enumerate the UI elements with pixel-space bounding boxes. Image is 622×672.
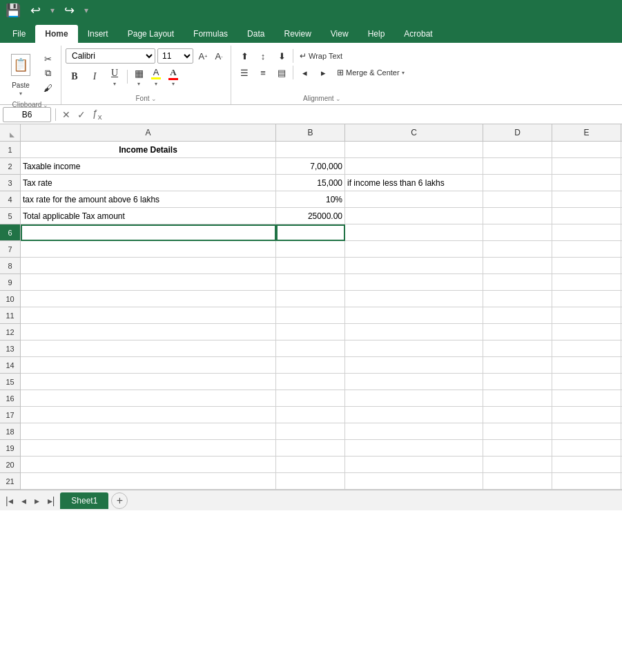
cell-B16[interactable] xyxy=(276,390,345,407)
prev-sheet-button[interactable]: ◂ xyxy=(19,494,29,508)
cell-C5[interactable] xyxy=(345,208,483,224)
cut-button[interactable]: ✂ xyxy=(39,52,57,66)
bold-button[interactable]: B xyxy=(66,69,84,84)
cell-C11[interactable] xyxy=(345,307,483,324)
row-header-16[interactable]: 16 xyxy=(0,390,21,407)
cell-A1[interactable]: Income Details xyxy=(21,142,276,158)
cell-A2[interactable]: Taxable income xyxy=(21,158,276,175)
cell-C2[interactable] xyxy=(345,158,483,175)
cell-B1[interactable] xyxy=(276,142,345,158)
cell-D20[interactable] xyxy=(483,457,552,473)
cell-D8[interactable] xyxy=(483,258,552,274)
cell-A15[interactable] xyxy=(21,374,276,390)
cell-A6[interactable] xyxy=(21,224,276,241)
cell-E12[interactable] xyxy=(552,324,621,340)
cell-E9[interactable] xyxy=(552,274,621,291)
row-header-20[interactable]: 20 xyxy=(0,457,21,473)
cell-B15[interactable] xyxy=(276,374,345,390)
row-header-11[interactable]: 11 xyxy=(0,307,21,324)
cell-C9[interactable] xyxy=(345,274,483,291)
cell-D10[interactable] xyxy=(483,291,552,307)
row-header-7[interactable]: 7 xyxy=(0,241,21,258)
cell-E3[interactable] xyxy=(552,175,621,191)
cell-E18[interactable] xyxy=(552,423,621,440)
cell-C10[interactable] xyxy=(345,291,483,307)
row-header-8[interactable]: 8 xyxy=(0,258,21,274)
tab-data[interactable]: Data xyxy=(237,25,274,43)
cell-A7[interactable] xyxy=(21,241,276,258)
cell-D6[interactable] xyxy=(483,224,552,241)
cell-D9[interactable] xyxy=(483,274,552,291)
increase-indent-button[interactable]: ▸ xyxy=(314,65,332,80)
customize-qat[interactable]: ▾ xyxy=(84,6,88,15)
cell-D5[interactable] xyxy=(483,208,552,224)
paste-button[interactable]: 📋 Paste ▾ xyxy=(4,47,37,99)
cell-A5[interactable]: Total applicable Tax amount xyxy=(21,208,276,224)
cell-A16[interactable] xyxy=(21,390,276,407)
cell-C14[interactable] xyxy=(345,357,483,374)
undo-button[interactable]: ↩ xyxy=(26,1,45,19)
increase-font-size-button[interactable]: A+ xyxy=(195,48,211,64)
cell-B21[interactable] xyxy=(276,473,345,490)
tab-page-layout[interactable]: Page Layout xyxy=(118,25,184,43)
cell-D18[interactable] xyxy=(483,423,552,440)
cell-E1[interactable] xyxy=(552,142,621,158)
cell-E7[interactable] xyxy=(552,241,621,258)
row-header-18[interactable]: 18 xyxy=(0,423,21,440)
cell-A12[interactable] xyxy=(21,324,276,340)
align-top-button[interactable]: ⬆ xyxy=(235,48,253,64)
cell-B7[interactable] xyxy=(276,241,345,258)
cell-A11[interactable] xyxy=(21,307,276,324)
fill-color-dropdown[interactable]: ▾ xyxy=(155,81,157,87)
cell-E19[interactable] xyxy=(552,440,621,457)
cell-E16[interactable] xyxy=(552,390,621,407)
italic-button[interactable]: I xyxy=(86,69,104,84)
cell-A3[interactable]: Tax rate xyxy=(21,175,276,191)
cell-E4[interactable] xyxy=(552,191,621,208)
cell-C21[interactable] xyxy=(345,473,483,490)
row-header-2[interactable]: 2 xyxy=(0,158,21,175)
next-sheet-button[interactable]: ▸ xyxy=(32,494,42,508)
formula-input[interactable] xyxy=(107,107,619,122)
redo-button[interactable]: ↪ xyxy=(60,1,79,19)
format-painter-button[interactable]: 🖌 xyxy=(39,81,57,95)
cell-D14[interactable] xyxy=(483,357,552,374)
row-header-9[interactable]: 9 xyxy=(0,274,21,291)
confirm-formula-button[interactable]: ✓ xyxy=(75,109,88,120)
merge-center-dropdown[interactable]: ▾ xyxy=(402,70,405,76)
row-header-4[interactable]: 4 xyxy=(0,191,21,208)
underline-button[interactable]: U xyxy=(106,66,124,81)
cell-B13[interactable] xyxy=(276,340,345,357)
cell-E15[interactable] xyxy=(552,374,621,390)
cell-B5[interactable]: 25000.00 xyxy=(276,208,345,224)
cell-C3[interactable]: if income less than 6 lakhs xyxy=(345,175,483,191)
cell-C6[interactable] xyxy=(345,224,483,241)
cell-D7[interactable] xyxy=(483,241,552,258)
cell-B17[interactable] xyxy=(276,407,345,423)
cell-C20[interactable] xyxy=(345,457,483,473)
border-dropdown[interactable]: ▾ xyxy=(137,81,140,87)
sheet-tab-sheet1[interactable]: Sheet1 xyxy=(60,492,108,509)
cell-B12[interactable] xyxy=(276,324,345,340)
align-right-button[interactable]: ▤ xyxy=(273,65,291,80)
cell-A21[interactable] xyxy=(21,473,276,490)
cell-C4[interactable] xyxy=(345,191,483,208)
align-center-button[interactable]: ≡ xyxy=(254,65,272,80)
col-header-E[interactable]: E xyxy=(552,124,621,141)
font-expand-icon[interactable]: ⌄ xyxy=(151,95,157,102)
row-header-14[interactable]: 14 xyxy=(0,357,21,374)
cell-A17[interactable] xyxy=(21,407,276,423)
tab-formulas[interactable]: Formulas xyxy=(184,25,237,43)
cell-E20[interactable] xyxy=(552,457,621,473)
cell-B10[interactable] xyxy=(276,291,345,307)
row-header-21[interactable]: 21 xyxy=(0,473,21,490)
copy-button[interactable]: ⧉ xyxy=(39,66,57,80)
cell-E10[interactable] xyxy=(552,291,621,307)
cell-B6[interactable] xyxy=(276,224,345,241)
cell-D1[interactable] xyxy=(483,142,552,158)
row-header-12[interactable]: 12 xyxy=(0,324,21,340)
cell-E21[interactable] xyxy=(552,473,621,490)
row-header-3[interactable]: 3 xyxy=(0,175,21,191)
cell-D11[interactable] xyxy=(483,307,552,324)
add-sheet-button[interactable]: + xyxy=(111,492,128,509)
